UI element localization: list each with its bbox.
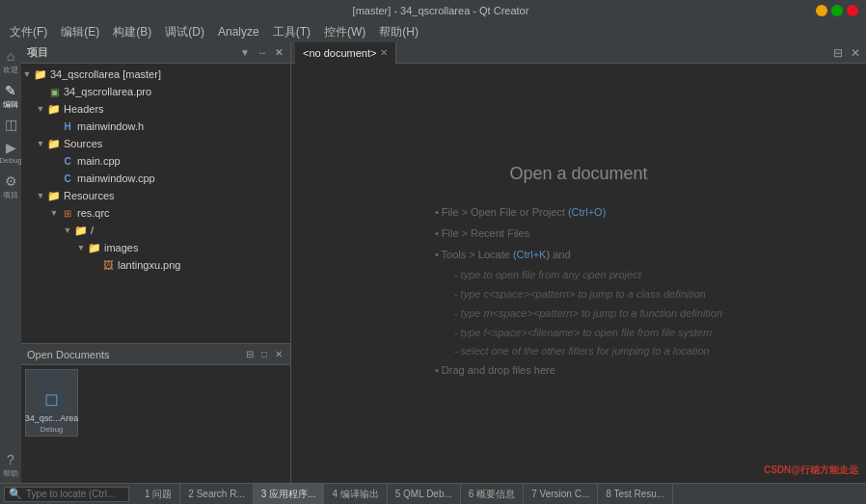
left-panel: 项目 ▼ ↔ ✕ ▼ 📁 34_qscrollarea [master] ▣ 3… (21, 42, 291, 483)
headers-folder-icon: 📁 (46, 103, 62, 116)
tree-item-label: mainwindow.h (77, 120, 144, 132)
tab-actions: ⊟ ✕ (831, 46, 862, 60)
status-tab-search[interactable]: 2 Search R... (180, 484, 253, 504)
sidebar-debug-button[interactable]: ▶ Debug (0, 135, 21, 170)
tree-item-resources[interactable]: ▼ 📁 Resources (21, 187, 290, 204)
open-docs-close-button[interactable]: ✕ (273, 348, 284, 360)
menu-file[interactable]: 文件(F) (4, 22, 53, 42)
panel-close-button[interactable]: ✕ (273, 46, 284, 59)
tree-item-mainwindow-cpp[interactable]: C mainwindow.cpp (21, 170, 290, 187)
tree-item-res-qrc[interactable]: ▼ ⊞ res.qrc (21, 204, 290, 222)
status-tab-version[interactable]: 7 Version C... (524, 484, 598, 504)
status-tab-appout[interactable]: 3 应用程序... (254, 484, 325, 504)
menu-build[interactable]: 构建(B) (107, 22, 157, 42)
status-bar: 🔍 1 问题 2 Search R... 3 应用程序... 4 编译输出 5 … (0, 483, 866, 504)
open-doc-icon: ◻ (44, 388, 59, 410)
project-tree: ▼ 📁 34_qscrollarea [master] ▣ 34_qscroll… (21, 64, 290, 343)
open-doc-item[interactable]: ◻ 34_qsc...Area Debug (25, 369, 78, 437)
menu-analyze[interactable]: Analyze (212, 23, 265, 40)
status-tab-testresult[interactable]: 8 Test Resu... (598, 484, 673, 504)
expand-icon: ▼ (35, 139, 46, 148)
menu-bar: 文件(F) 编辑(E) 构建(B) 调试(D) Analyze 工具(T) 控件… (0, 21, 866, 42)
filter-button[interactable]: ▼ (238, 46, 252, 59)
menu-debug[interactable]: 调试(D) (159, 22, 210, 42)
open-documents-header: Open Documents ⊟ □ ✕ (21, 344, 290, 365)
menu-edit[interactable]: 编辑(E) (55, 22, 105, 42)
tree-item-mainwindow-h[interactable]: H mainwindow.h (21, 118, 290, 135)
folder-icon: 📁 (33, 68, 48, 81)
tree-item-headers[interactable]: ▼ 📁 Headers (21, 100, 290, 118)
status-tab-problems[interactable]: 1 问题 (137, 484, 180, 504)
menu-controls[interactable]: 控件(W) (318, 22, 371, 42)
sidebar-help-button[interactable]: ? 帮助 (0, 448, 21, 483)
open-doc-name: 34_qsc...Area (25, 413, 79, 423)
sidebar-design-button[interactable]: ◫ (0, 114, 21, 135)
welcome-hints: • File > Open File or Project (Ctrl+O) •… (435, 203, 722, 383)
expand-icon: ▼ (75, 243, 87, 252)
window-title: [master] - 34_qscrollarea - Qt Creator (66, 5, 816, 16)
close-button[interactable] (847, 5, 858, 16)
tree-item-images[interactable]: ▼ 📁 images (21, 239, 290, 256)
editor-tab-no-document[interactable]: <no document> ✕ (295, 42, 396, 64)
hint-6: - type m<space><pattern> to jump to a fu… (435, 305, 722, 324)
debug-run-icon: ▶ (6, 141, 16, 154)
tree-item-root-res[interactable]: ▼ 📁 / (21, 222, 290, 239)
title-bar: [master] - 34_qscrollarea - Qt Creator (0, 0, 866, 21)
cpp-file-icon: C (60, 156, 75, 167)
cpp-file-icon2: C (60, 173, 75, 184)
hint-9: • Drag and drop files here (435, 361, 722, 381)
open-docs-split-button[interactable]: □ (259, 348, 269, 360)
project-icon: ⚙ (5, 174, 17, 188)
no-document-label: <no document> (303, 47, 376, 59)
tree-item-label: mainwindow.cpp (77, 172, 155, 184)
menu-tools[interactable]: 工具(T) (267, 22, 316, 42)
h-file-icon: H (60, 121, 75, 132)
expand-icon: ▼ (48, 208, 60, 218)
window-controls (816, 5, 858, 16)
minimize-button[interactable] (816, 5, 827, 16)
close-editor-button[interactable]: ✕ (849, 46, 862, 60)
sync-button[interactable]: ↔ (256, 46, 269, 59)
tree-item-pro[interactable]: ▣ 34_qscrollarea.pro (21, 83, 290, 100)
resources-folder-icon: 📁 (46, 190, 62, 202)
open-docs-float-button[interactable]: ⊟ (244, 348, 256, 360)
status-tab-compile[interactable]: 4 编译输出 (324, 484, 387, 504)
expand-icon: ▼ (35, 104, 46, 114)
tree-item-label: main.cpp (77, 155, 121, 167)
editor-area: <no document> ✕ ⊟ ✕ Open a document • Fi… (291, 42, 866, 483)
sidebar-project-button[interactable]: ⚙ 项目 (0, 170, 21, 204)
tree-item-label: 34_qscrollarea [master] (50, 68, 161, 80)
tree-item-sources[interactable]: ▼ 📁 Sources (21, 135, 290, 152)
hint-7: - type f<space><filename> to open file f… (435, 324, 722, 343)
hint-3: • Tools > Locate (Ctrl+K) and (435, 246, 722, 265)
tree-item-label: Resources (64, 190, 115, 201)
welcome-icon: ⌂ (7, 49, 14, 63)
open-documents-section: Open Documents ⊟ □ ✕ ◻ 34_qsc...Area Deb… (21, 343, 290, 483)
tree-item-lantingxu[interactable]: 🖼 lantingxu.png (21, 256, 290, 274)
tree-item-main-cpp[interactable]: C main.cpp (21, 152, 290, 170)
sidebar-edit-button[interactable]: ✎ 编辑 (0, 79, 21, 114)
welcome-title: Open a document (509, 164, 647, 184)
main-layout: ⌂ 欢迎 ✎ 编辑 ◫ ▶ Debug ⚙ 项目 ? 帮助 项目 ▼ ↔ (0, 42, 866, 483)
pro-file-icon: ▣ (46, 87, 62, 97)
activity-bar: ⌂ 欢迎 ✎ 编辑 ◫ ▶ Debug ⚙ 项目 ? 帮助 (0, 42, 21, 483)
open-doc-sublabel: Debug (41, 425, 64, 434)
status-tab-qmldebug[interactable]: 5 QML Deb... (388, 484, 461, 504)
tab-close-button[interactable]: ✕ (380, 47, 388, 58)
help-icon: ? (7, 453, 14, 466)
sidebar-welcome-button[interactable]: ⌂ 欢迎 (0, 44, 21, 79)
project-panel-title: 项目 (27, 45, 48, 60)
tree-item-label: images (104, 242, 138, 253)
maximize-button[interactable] (831, 5, 843, 16)
status-tab-overview[interactable]: 6 概要信息 (461, 484, 524, 504)
locate-search[interactable]: 🔍 (4, 487, 129, 502)
tree-item-label: / (91, 225, 94, 236)
open-documents-list: ◻ 34_qsc...Area Debug (21, 365, 290, 483)
split-editor-button[interactable]: ⊟ (831, 46, 845, 60)
tree-item-root[interactable]: ▼ 📁 34_qscrollarea [master] (21, 66, 290, 83)
search-input[interactable] (26, 489, 122, 499)
root-folder-icon: 📁 (73, 225, 89, 237)
panel-header-actions: ▼ ↔ ✕ (238, 46, 284, 59)
search-icon: 🔍 (9, 488, 22, 500)
menu-help[interactable]: 帮助(H) (373, 22, 424, 42)
